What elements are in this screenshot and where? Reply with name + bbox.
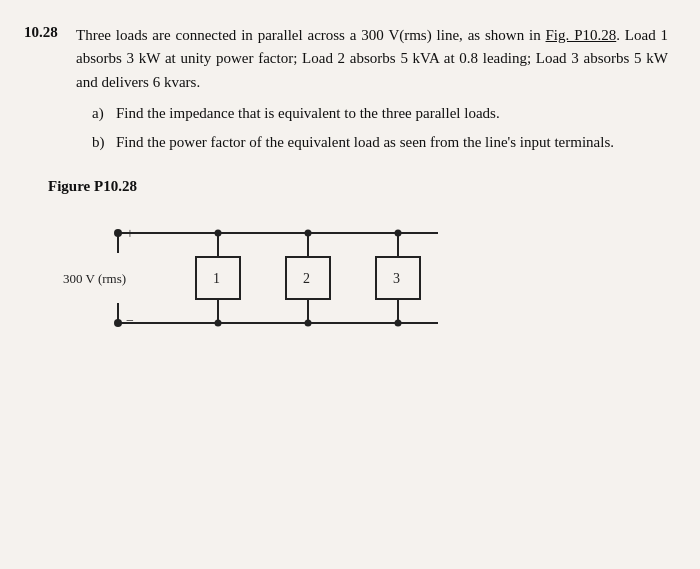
sub-a-label: a) [92,102,110,125]
svg-text:1: 1 [213,271,220,286]
problem-number: 10.28 [24,24,68,160]
svg-text:3: 3 [393,271,400,286]
figure-section: Figure P10.28 + − 300 V (rms) [24,178,668,365]
figure-title: Figure P10.28 [48,178,668,195]
sub-item-a: a) Find the impedance that is equivalent… [76,102,668,125]
sub-b-text: Find the power factor of the equivalent … [116,131,614,154]
sub-item-b: b) Find the power factor of the equivale… [76,131,668,154]
sub-b-label: b) [92,131,110,154]
svg-text:2: 2 [303,271,310,286]
problem-block: 10.28 Three loads are connected in paral… [24,24,668,160]
svg-text:300 V (rms): 300 V (rms) [63,271,126,286]
fig-reference: Fig. P10.28 [546,27,617,43]
svg-text:−: − [126,313,134,328]
main-paragraph: Three loads are connected in parallel ac… [76,24,668,94]
sub-a-text: Find the impedance that is equivalent to… [116,102,500,125]
problem-text: Three loads are connected in parallel ac… [76,24,668,160]
circuit-diagram: + − 300 V (rms) 1 [58,205,478,365]
